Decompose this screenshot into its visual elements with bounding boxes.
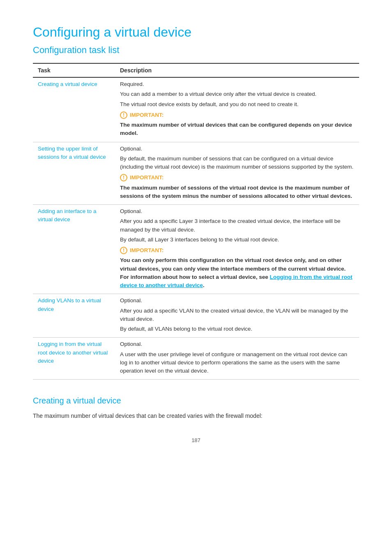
important-icon: ! <box>120 174 127 181</box>
section2-title: Creating a virtual device <box>33 396 359 406</box>
desc-line: Optional. <box>120 145 354 153</box>
task-cell: Adding VLANs to a virtual device <box>33 294 115 338</box>
desc-line: A user with the user privilege level of … <box>120 350 354 375</box>
desc-line: By default, all Layer 3 interfaces belon… <box>120 236 354 244</box>
col-task-header: Task <box>33 63 115 77</box>
task-cell: Setting the upper limit of sessions for … <box>33 142 115 205</box>
task-link[interactable]: Logging in from the virtual root device … <box>38 341 108 364</box>
important-text: You can only perform this configuration … <box>120 256 354 290</box>
desc-line: After you add a specific VLAN to the cre… <box>120 307 354 324</box>
page-number: 187 <box>33 437 359 443</box>
task-link[interactable]: Adding an interface to a virtual device <box>38 208 97 222</box>
desc-line: Optional. <box>120 340 354 348</box>
desc-line: After you add a specific Layer 3 interfa… <box>120 217 354 234</box>
desc-line: You can add a member to a virtual device… <box>120 90 354 98</box>
important-icon: ! <box>120 111 127 119</box>
section2-body: The maximum number of virtual devices th… <box>33 411 359 420</box>
task-link[interactable]: Setting the upper limit of sessions for … <box>38 146 106 160</box>
section1-title: Configuration task list <box>33 45 359 56</box>
important-label: IMPORTANT: <box>130 246 164 255</box>
config-task-table: Task Description Creating a virtual devi… <box>33 63 359 380</box>
task-cell: Logging in from the virtual root device … <box>33 338 115 380</box>
task-link[interactable]: Creating a virtual device <box>38 81 97 87</box>
col-desc-header: Description <box>115 63 359 77</box>
desc-line: Optional. <box>120 297 354 305</box>
important-notice: !IMPORTANT: <box>120 174 354 182</box>
desc-cell: Optional.After you add a specific Layer … <box>115 205 359 294</box>
main-title: Configuring a virtual device <box>33 25 359 40</box>
task-cell: Adding an interface to a virtual device <box>33 205 115 294</box>
desc-line: The virtual root device exists by defaul… <box>120 100 354 109</box>
desc-cell: Required.You can add a member to a virtu… <box>115 77 359 142</box>
important-text: The maximum number of sessions of the vi… <box>120 184 354 201</box>
desc-cell: Optional.After you add a specific VLAN t… <box>115 294 359 338</box>
important-inner-link[interactable]: Logging in from the virtual root device … <box>120 274 353 288</box>
desc-line: Required. <box>120 80 354 88</box>
important-text: The maximum number of virtual devices th… <box>120 121 354 138</box>
task-link[interactable]: Adding VLANs to a virtual device <box>38 297 101 312</box>
important-notice: !IMPORTANT: <box>120 246 354 255</box>
task-cell: Creating a virtual device <box>33 77 115 142</box>
desc-line: By default, the maximum number of sessio… <box>120 155 354 171</box>
important-notice: !IMPORTANT: <box>120 111 354 119</box>
important-icon: ! <box>120 247 127 254</box>
important-label: IMPORTANT: <box>130 174 164 182</box>
desc-cell: Optional.By default, the maximum number … <box>115 142 359 205</box>
desc-cell: Optional.A user with the user privilege … <box>115 338 359 380</box>
desc-line: By default, all VLANs belong to the virt… <box>120 325 354 333</box>
important-label: IMPORTANT: <box>130 111 164 119</box>
desc-line: Optional. <box>120 207 354 216</box>
